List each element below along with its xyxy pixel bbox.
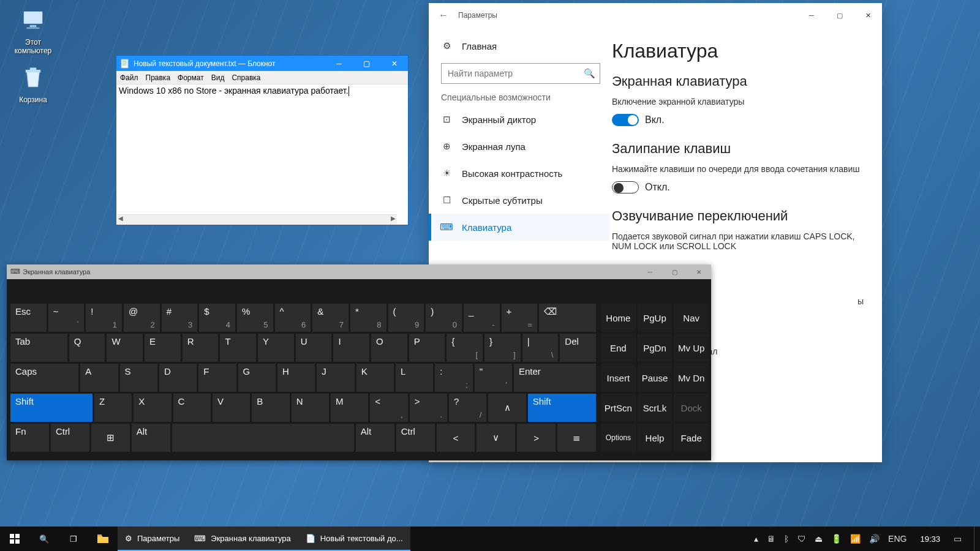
osk-key[interactable]: Shift [528, 394, 596, 422]
osk-key[interactable]: Caps [10, 364, 78, 392]
back-button[interactable]: ← [429, 10, 458, 21]
osk-key[interactable]: !1 [86, 304, 122, 332]
osk-key[interactable]: E [145, 334, 181, 362]
osk-key[interactable]: {[ [447, 334, 483, 362]
osk-key[interactable]: ⊞ [91, 424, 130, 452]
search-input[interactable] [441, 63, 600, 84]
osk-key[interactable]: R [183, 334, 219, 362]
nav-home[interactable]: ⚙ Главная [436, 32, 609, 59]
osk-key[interactable]: N [292, 394, 329, 422]
osk-key[interactable]: L [396, 364, 433, 392]
osk-key[interactable] [172, 424, 354, 452]
nav-captions[interactable]: ☐ Скрытые субтитры [436, 187, 609, 214]
osk-nav-key[interactable]: End [601, 334, 636, 362]
osk-nav-key[interactable]: Mv Up [674, 334, 709, 362]
osk-key[interactable]: Alt [356, 424, 394, 452]
osk-key[interactable]: M [331, 394, 368, 422]
osk-key[interactable]: $4 [199, 304, 235, 332]
osk-key[interactable]: ^6 [275, 304, 311, 332]
tray-battery-icon[interactable]: 🔋 [831, 534, 842, 544]
taskbar-item-osk[interactable]: ⌨ Экранная клавиатура [187, 527, 298, 551]
osk-key[interactable]: Enter [514, 364, 596, 392]
osk-key[interactable]: #3 [162, 304, 198, 332]
osk-key[interactable]: U [296, 334, 332, 362]
tray-clock[interactable]: 19:33 [915, 534, 945, 544]
tray-wifi-icon[interactable]: 📶 [850, 534, 861, 544]
osk-key[interactable]: H [277, 364, 315, 392]
osk-key[interactable]: ⌫ [539, 304, 596, 332]
osk-key[interactable]: <, [370, 394, 407, 422]
osk-key[interactable]: ~` [48, 304, 85, 332]
osk-key[interactable]: Esc [10, 304, 47, 332]
osk-key[interactable]: :; [435, 364, 472, 392]
maximize-button[interactable]: ▢ [662, 264, 687, 279]
osk-key[interactable]: C [173, 394, 211, 422]
close-button[interactable]: ✕ [380, 56, 408, 71]
search-button[interactable]: 🔍 [29, 527, 59, 551]
osk-key[interactable]: Del [560, 334, 596, 362]
osk-key[interactable]: O [371, 334, 407, 362]
osk-key[interactable]: ?/ [449, 394, 486, 422]
osk-key[interactable]: Shift [10, 394, 92, 422]
osk-key[interactable]: ∨ [477, 424, 515, 452]
notepad-editor[interactable]: Windows 10 x86 no Store - экранная клави… [116, 84, 408, 225]
osk-key[interactable]: Z [94, 394, 132, 422]
task-view-button[interactable]: ❐ [59, 527, 88, 551]
menu-help[interactable]: Справка [232, 73, 260, 82]
osk-key[interactable]: D [159, 364, 197, 392]
toggle-osk[interactable]: Вкл. [612, 114, 665, 126]
osk-key[interactable]: V [213, 394, 250, 422]
horizontal-scrollbar[interactable] [117, 214, 397, 224]
menu-file[interactable]: Файл [120, 73, 138, 82]
osk-nav-key[interactable]: Mv Dn [674, 364, 709, 392]
maximize-button[interactable]: ▢ [826, 6, 854, 24]
minimize-button[interactable]: ─ [638, 264, 662, 279]
osk-key[interactable]: >. [410, 394, 447, 422]
osk-key[interactable]: J [317, 364, 354, 392]
menu-edit[interactable]: Правка [146, 73, 171, 82]
toggle-sticky-keys[interactable]: Откл. [612, 181, 670, 193]
tray-safely-remove-icon[interactable]: ⏏ [815, 534, 823, 544]
maximize-button[interactable]: ▢ [353, 56, 380, 71]
show-desktop-button[interactable] [974, 527, 978, 551]
osk-key[interactable]: Fn [10, 424, 49, 452]
osk-titlebar[interactable]: ⌨ Экранная клавиатура ─ ▢ ✕ [7, 264, 711, 279]
nav-keyboard[interactable]: ⌨ Клавиатура [429, 214, 609, 241]
osk-nav-key[interactable]: Pause [638, 364, 673, 392]
osk-nav-key[interactable]: PgUp [638, 304, 673, 332]
osk-nav-key[interactable]: Nav [674, 304, 709, 332]
menu-view[interactable]: Вид [211, 73, 225, 82]
nav-contrast[interactable]: ☀ Высокая контрастность [436, 160, 609, 187]
osk-key[interactable]: Alt [132, 424, 170, 452]
osk-key[interactable]: I [333, 334, 369, 362]
tray-arrow-icon[interactable]: ▴ [754, 534, 758, 544]
file-explorer-button[interactable] [88, 527, 118, 551]
osk-key[interactable]: P [409, 334, 445, 362]
osk-key[interactable]: (9 [388, 304, 424, 332]
osk-key[interactable]: &7 [312, 304, 349, 332]
osk-key[interactable]: *8 [350, 304, 386, 332]
osk-nav-key[interactable]: Dock [674, 394, 709, 422]
osk-key[interactable]: < [437, 424, 475, 452]
osk-key[interactable]: |\ [522, 334, 559, 362]
osk-key[interactable]: B [252, 394, 289, 422]
osk-key[interactable]: _- [464, 304, 500, 332]
osk-key[interactable]: X [134, 394, 171, 422]
settings-titlebar[interactable]: ← Параметры ─ ▢ ✕ [429, 3, 882, 28]
osk-nav-key[interactable]: PgDn [638, 334, 673, 362]
osk-key[interactable]: Y [258, 334, 294, 362]
osk-key[interactable]: > [517, 424, 556, 452]
osk-nav-key[interactable]: Home [601, 304, 636, 332]
osk-key[interactable]: ≣ [557, 424, 596, 452]
nav-narrator[interactable]: ⊡ Экранный диктор [436, 106, 609, 133]
tray-defender-icon[interactable]: 🛡 [797, 534, 806, 544]
minimize-button[interactable]: ─ [325, 56, 353, 71]
osk-key[interactable]: %5 [237, 304, 273, 332]
osk-key[interactable]: S [120, 364, 157, 392]
osk-key[interactable]: T [220, 334, 256, 362]
action-center-icon[interactable]: ▭ [954, 534, 962, 544]
tray-language[interactable]: ENG [888, 534, 907, 544]
close-button[interactable]: ✕ [854, 6, 882, 24]
nav-magnifier[interactable]: ⊕ Экранная лупа [436, 133, 609, 160]
osk-key[interactable]: ∧ [488, 394, 526, 422]
